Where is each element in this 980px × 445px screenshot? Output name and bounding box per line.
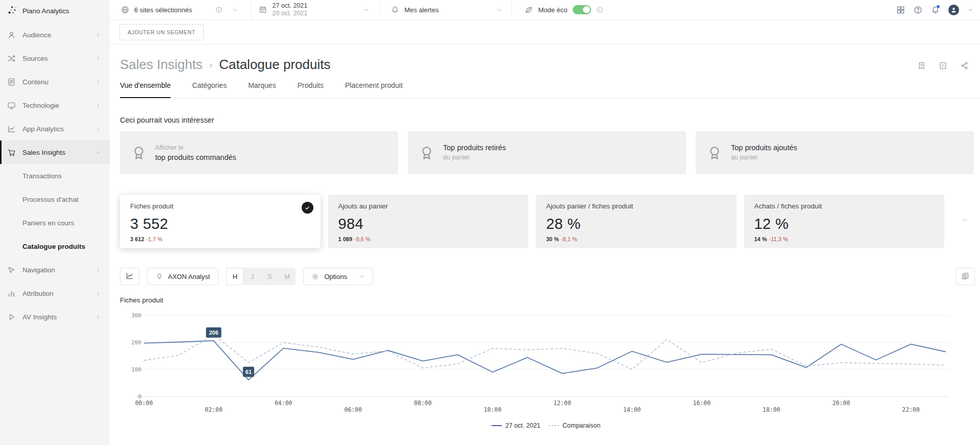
collapse-kpis-chevron-icon[interactable] (962, 217, 968, 223)
chevron-down-icon (95, 150, 101, 155)
info-icon[interactable] (215, 6, 223, 13)
period-selector: HJSM (226, 268, 296, 285)
sidebar-item-av-insights[interactable]: AV Insights (0, 305, 110, 329)
kpi-delta: -8,1 % (561, 236, 577, 242)
suggestion-card-top-produits-retir-s[interactable]: Top produits retirésdu panier (408, 131, 686, 174)
kpi-value: 984 (338, 216, 519, 232)
tab-marques[interactable]: Marques (248, 81, 276, 98)
svg-text:200: 200 (131, 339, 141, 346)
svg-text:06:00: 06:00 (344, 406, 362, 413)
date-range-selector[interactable]: 27 oct. 2021 20 oct. 2021 (252, 0, 380, 19)
save-report-icon[interactable]: D (939, 61, 947, 70)
sidebar-item-attribution[interactable]: Attribution (0, 282, 110, 305)
page-title: Catalogue produits (219, 57, 330, 73)
sidebar-item-label: Sales Insights (22, 149, 65, 156)
sidebar-item-navigation[interactable]: Navigation (0, 258, 110, 282)
chevron-down-icon[interactable] (232, 7, 238, 13)
content-icon (7, 78, 16, 86)
apps-grid-icon[interactable] (896, 6, 905, 14)
chevron-down-icon[interactable] (363, 7, 369, 13)
avatar[interactable] (948, 5, 959, 15)
tab-bar: Vue d'ensembleCatégoriesMarquesProduitsP… (120, 81, 980, 98)
svg-text:22:00: 22:00 (902, 406, 920, 413)
kpi-previous-value: 14 % (754, 236, 767, 242)
chart-type-button[interactable] (120, 268, 139, 285)
bell-icon (391, 6, 399, 14)
sidebar-subitem-paniers-en-cours[interactable]: Paniers en cours (0, 211, 110, 235)
axon-analyst-label: AXON Analyst (168, 273, 210, 280)
svg-text:61: 61 (246, 369, 252, 375)
point-label-61: 61 (243, 367, 254, 377)
sidebar-subitem-catalogue-produits[interactable]: Catalogue produits (0, 235, 110, 258)
main-area: 6 sites sélectionnés 27 oct. 2021 20 oct… (110, 0, 980, 445)
share-icon[interactable] (960, 61, 969, 70)
breadcrumb-separator: › (209, 59, 212, 71)
kpi-delta: -1,7 % (146, 236, 163, 242)
chevron-down-icon[interactable] (497, 7, 502, 13)
site-selector[interactable]: 6 sites sélectionnés (110, 0, 252, 19)
chart-legend: 27 oct. 2021Comparaison (492, 422, 600, 429)
sidebar-item-sources[interactable]: Sources (0, 46, 110, 70)
sidebar-item-audience[interactable]: Audience (0, 23, 110, 46)
kpi-card-fiches-produit[interactable]: Fiches produit3 5523 612-1,7 % (120, 195, 321, 248)
tab-cat-gories[interactable]: Catégories (192, 81, 227, 98)
chevron-right-icon (95, 126, 101, 132)
axon-analyst-button[interactable]: AXON Analyst (147, 268, 218, 285)
chevron-right-icon (95, 267, 101, 273)
alerts-label: Mes alertes (404, 6, 438, 14)
kpi-previous-value: 3 612 (130, 236, 144, 242)
chart-title: Fiches produit (120, 296, 980, 304)
svg-text:02:00: 02:00 (205, 406, 223, 413)
alerts-selector[interactable]: Mes alertes (380, 0, 512, 19)
period-h[interactable]: H (226, 268, 243, 285)
app-logo[interactable]: Piano Analytics (0, 0, 110, 21)
breadcrumb-parent[interactable]: Sales Insights (120, 57, 203, 73)
tab-produits[interactable]: Produits (298, 81, 324, 98)
av-insights-icon (7, 313, 16, 321)
add-segment-button[interactable]: AJOUTER UN SEGMENT (119, 24, 204, 40)
period-m[interactable]: M (278, 268, 296, 285)
sidebar-item-app-analytics[interactable]: App Analytics (0, 117, 110, 140)
period-s[interactable]: S (261, 268, 278, 285)
series-27-oct-2021 (144, 341, 946, 380)
chevron-down-icon[interactable] (968, 7, 973, 13)
sidebar-subitem-transactions[interactable]: Transactions (0, 164, 110, 188)
sidebar-item-contenu[interactable]: Contenu (0, 70, 110, 93)
suggestion-card-top-produits-command-s[interactable]: Afficher letop produits commandés (120, 131, 398, 174)
kpi-card-achats-fiches-produit[interactable]: Achats / fiches produit12 %14 %-11,3 % (744, 195, 945, 248)
suggestion-card-top-produits-ajout-s[interactable]: Top produits ajoutésau panier (696, 131, 974, 174)
export-data-button[interactable] (955, 268, 975, 285)
sidebar-subitem-processus-d-achat[interactable]: Processus d'achat (0, 188, 110, 211)
eco-mode-toggle[interactable] (573, 5, 591, 14)
help-icon[interactable] (914, 6, 922, 14)
sidebar-item-label: AV Insights (22, 313, 57, 321)
options-button[interactable]: Options (303, 268, 373, 285)
suggestion-line-1: Top produits retirés (443, 143, 506, 153)
chevron-right-icon (95, 103, 101, 108)
svg-text:Comparaison: Comparaison (562, 422, 600, 429)
date-comparison: 20 oct. 2021 (272, 10, 307, 17)
suggestion-line-1: Afficher le (155, 143, 236, 153)
sidebar-item-sales-insights[interactable]: Sales Insights (0, 140, 110, 164)
piano-analytics-logo-icon (8, 5, 17, 16)
legend-item-27-oct-2021[interactable]: 27 oct. 2021 (492, 422, 541, 429)
options-label: Options (324, 273, 347, 280)
topbar: 6 sites sélectionnés 27 oct. 2021 20 oct… (110, 0, 980, 20)
bookmark-icon[interactable] (917, 61, 926, 70)
sidebar-subitem-label: Processus d'achat (22, 196, 79, 203)
copy-data-icon (961, 272, 969, 282)
chevron-right-icon (95, 291, 101, 296)
notifications-bell-icon[interactable] (931, 6, 940, 14)
legend-item-comparaison[interactable]: Comparaison (549, 422, 600, 429)
sidebar-item-label: Contenu (22, 78, 48, 86)
chart-toolbar: AXON Analyst HJSM Options (120, 268, 980, 285)
kpi-card-ajouts-panier-fiches-produit[interactable]: Ajouts panier / fiches produit28 %30 %-8… (536, 195, 737, 248)
sidebar-item-technologie[interactable]: Technologie (0, 93, 110, 117)
kpi-card-ajouts-au-panier[interactable]: Ajouts au panier9841 089-9,6 % (328, 195, 529, 248)
suggestion-line-2: top produits commandés (155, 153, 236, 162)
tab-placement-produit[interactable]: Placement produit (345, 81, 403, 98)
sidebar-item-label: App Analytics (22, 125, 64, 133)
period-j[interactable]: J (243, 268, 261, 285)
info-icon[interactable] (596, 6, 603, 13)
tab-vue-d-ensemble[interactable]: Vue d'ensemble (120, 81, 170, 98)
